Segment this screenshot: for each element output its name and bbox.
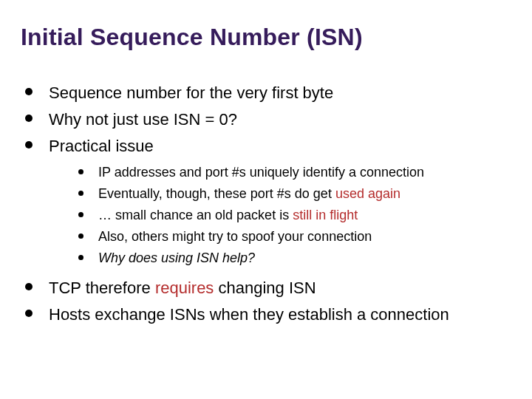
list-item: Why does using ISN help? bbox=[78, 249, 511, 267]
accent-text: used again bbox=[335, 186, 400, 201]
list-item: IP addresses and port #s uniquely identi… bbox=[78, 163, 511, 181]
bullet-text: … small chance an old packet is still in… bbox=[98, 206, 358, 224]
bullet-icon bbox=[78, 191, 83, 196]
bullet-icon bbox=[25, 88, 33, 95]
list-item: Why not just use ISN = 0? bbox=[25, 109, 511, 131]
text-part: TCP therefore bbox=[49, 279, 155, 297]
bullet-text: Also, others might try to spoof your con… bbox=[98, 228, 372, 245]
bullet-text: Sequence number for the very first byte bbox=[49, 82, 333, 104]
bullet-text: Practical issue bbox=[49, 135, 154, 157]
list-item: TCP therefore requires changing ISN bbox=[25, 277, 511, 299]
bullet-text: Hosts exchange ISNs when they establish … bbox=[49, 304, 449, 326]
bullet-icon bbox=[78, 255, 83, 260]
text-part: changing ISN bbox=[214, 279, 316, 297]
bullet-text: Why not just use ISN = 0? bbox=[49, 109, 237, 131]
sub-bullet-list: IP addresses and port #s uniquely identi… bbox=[78, 163, 511, 267]
bullet-icon bbox=[25, 310, 33, 317]
list-item: Eventually, though, these port #s do get… bbox=[78, 185, 511, 202]
bullet-icon bbox=[25, 141, 33, 149]
bullet-icon bbox=[25, 283, 33, 290]
list-item: Hosts exchange ISNs when they establish … bbox=[25, 304, 511, 326]
page-title: Initial Sequence Number (ISN) bbox=[21, 24, 511, 51]
accent-text: requires bbox=[155, 279, 214, 297]
bullet-icon bbox=[78, 212, 83, 217]
bullet-text-italic: Why does using ISN help? bbox=[98, 249, 255, 267]
list-item: Also, others might try to spoof your con… bbox=[78, 228, 511, 245]
list-item: Sequence number for the very first byte bbox=[25, 82, 511, 104]
bullet-icon bbox=[25, 115, 33, 122]
bullet-text: Eventually, though, these port #s do get… bbox=[98, 185, 400, 202]
text-part: Eventually, though, these port #s do get bbox=[98, 186, 335, 201]
bullet-icon bbox=[78, 169, 83, 174]
text-part: … small chance an old packet is bbox=[98, 208, 293, 222]
bullet-text: IP addresses and port #s uniquely identi… bbox=[98, 163, 424, 181]
accent-text: still in flight bbox=[293, 208, 358, 222]
bullet-text: TCP therefore requires changing ISN bbox=[49, 277, 316, 299]
bullet-list: Sequence number for the very first byte … bbox=[25, 82, 511, 326]
list-item: … small chance an old packet is still in… bbox=[78, 206, 511, 224]
bullet-icon bbox=[78, 233, 83, 239]
list-item: Practical issue bbox=[25, 135, 511, 157]
slide: Initial Sequence Number (ISN) Sequence n… bbox=[0, 0, 532, 399]
